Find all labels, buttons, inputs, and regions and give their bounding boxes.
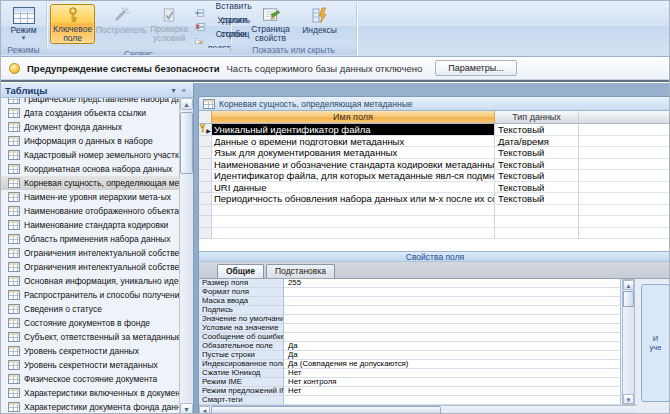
scrollbar-thumb[interactable] bbox=[180, 112, 193, 174]
description-cell[interactable] bbox=[579, 136, 670, 148]
description-cell[interactable] bbox=[579, 124, 670, 136]
view-button[interactable]: Режим ▾ bbox=[4, 4, 43, 44]
table-list-item[interactable]: Субъект, ответственный за метаданные bbox=[1, 330, 179, 344]
property-row[interactable]: Условие на значение bbox=[199, 324, 621, 333]
property-row[interactable]: Значение по умолчанию bbox=[199, 315, 621, 324]
scrollbar-thumb[interactable] bbox=[623, 291, 634, 307]
sidebar-scrollbar[interactable]: ▲ ▼ bbox=[179, 98, 193, 414]
field-name-cell[interactable]: Уникальный идентификатор файла bbox=[212, 124, 495, 136]
field-name-cell[interactable]: Идентификатор файла, для которых метадан… bbox=[212, 170, 495, 182]
property-value[interactable]: Да bbox=[284, 342, 621, 351]
table-list-item[interactable]: Наимен-ие уровня иерархии мета-ых bbox=[1, 190, 179, 204]
table-list-item[interactable]: Сведения о статусе bbox=[1, 302, 179, 316]
property-value[interactable]: Нет bbox=[284, 369, 621, 378]
property-value[interactable]: Нет bbox=[284, 387, 621, 396]
data-type-cell[interactable]: Текстовый bbox=[495, 159, 579, 171]
scroll-down-icon[interactable]: ▼ bbox=[180, 403, 193, 414]
empty-field-row[interactable] bbox=[199, 228, 670, 240]
field-row[interactable]: Данные о времени подготовки метаданных Д… bbox=[199, 136, 670, 148]
property-row[interactable]: Подпись bbox=[199, 306, 621, 315]
description-cell[interactable] bbox=[579, 147, 670, 159]
row-selector[interactable] bbox=[199, 193, 212, 205]
table-list-item[interactable]: Уровень секретности метаданных bbox=[1, 358, 179, 372]
row-selector[interactable] bbox=[199, 159, 212, 171]
property-row[interactable]: Сообщение об ошибке bbox=[199, 333, 621, 342]
field-name-cell[interactable]: Данные о времени подготовки метаданных bbox=[212, 136, 495, 148]
tab-general[interactable]: Общие bbox=[217, 264, 264, 278]
table-list-item[interactable]: Распространитель и способы получения наб… bbox=[1, 288, 179, 302]
data-type-column-header[interactable]: Тип данных bbox=[495, 111, 579, 124]
table-list-item[interactable]: Основная информация, уникально идентифиц… bbox=[1, 274, 179, 288]
data-type-cell[interactable]: Текстовый bbox=[495, 170, 579, 182]
description-cell[interactable] bbox=[579, 193, 670, 205]
property-row[interactable]: Смарт-теги bbox=[199, 396, 621, 405]
table-list-item[interactable]: Кадастровый номер земельного участка bbox=[1, 148, 179, 162]
table-list-item[interactable]: Ограничения интелектуальной собственност… bbox=[1, 260, 179, 274]
description-cell[interactable] bbox=[579, 159, 670, 171]
table-list-item[interactable]: Наименование стандарта кодировки bbox=[1, 218, 179, 232]
data-type-cell[interactable]: Дата/время bbox=[495, 136, 579, 148]
property-row[interactable]: Пустые строки Да bbox=[199, 351, 621, 360]
property-value[interactable]: Нет контроля bbox=[284, 378, 621, 387]
test-validation-rules-button[interactable]: Проверка условий bbox=[147, 4, 191, 44]
table-list-item[interactable]: Дата создания объекта ссылки bbox=[1, 106, 179, 120]
field-name-cell[interactable]: URI данные bbox=[212, 182, 495, 194]
field-row[interactable]: Наименование и обозначение стандарта код… bbox=[199, 159, 670, 171]
property-value[interactable]: 255 bbox=[284, 279, 621, 288]
row-selector[interactable] bbox=[199, 136, 212, 148]
table-list-item[interactable]: Графическое представление набора данных bbox=[1, 98, 179, 106]
table-list-item[interactable]: Документ фонда данных bbox=[1, 120, 179, 134]
property-value[interactable] bbox=[284, 333, 621, 342]
table-list-item[interactable]: Ограничения интелектуальной собственност… bbox=[1, 246, 179, 260]
table-window-titlebar[interactable]: Корневая сущность, определяющая метаданн… bbox=[199, 97, 670, 111]
properties-scrollbar[interactable]: ▲ ▼ bbox=[622, 279, 635, 405]
tab-lookup[interactable]: Подстановка bbox=[266, 264, 335, 278]
data-type-cell[interactable]: Текстовый bbox=[495, 193, 579, 205]
empty-field-row[interactable] bbox=[199, 205, 670, 217]
navigation-pane-header[interactable]: Таблицы ▾ « bbox=[1, 83, 193, 98]
scroll-left-icon[interactable]: ◄ bbox=[199, 406, 210, 414]
description-column-header[interactable] bbox=[579, 111, 670, 124]
data-type-cell[interactable]: Текстовый bbox=[495, 124, 579, 136]
row-selector[interactable] bbox=[199, 170, 212, 182]
field-name-cell[interactable]: Периодичность обновления набора данных и… bbox=[212, 193, 495, 205]
data-type-cell[interactable]: Текстовый bbox=[495, 147, 579, 159]
field-row[interactable]: Идентификатор файла, для которых метадан… bbox=[199, 170, 670, 182]
table-list-item[interactable]: Область применения набора данных bbox=[1, 232, 179, 246]
table-list-item[interactable]: Состояние документов в фонде bbox=[1, 316, 179, 330]
property-row[interactable]: Режим предложений IME Нет bbox=[199, 387, 621, 396]
property-value[interactable] bbox=[284, 288, 621, 297]
table-list-item[interactable]: Уровень секретности данных bbox=[1, 344, 179, 358]
row-selector[interactable] bbox=[199, 182, 212, 194]
property-sheet-button[interactable]: Страница свойств bbox=[245, 4, 297, 44]
empty-field-row[interactable] bbox=[199, 216, 670, 228]
table-list-item[interactable]: Характеристики документа фонда данных bbox=[1, 400, 179, 414]
nav-menu-dropdown-icon[interactable]: ▾ bbox=[169, 86, 179, 95]
horizontal-scrollbar[interactable]: ◄ bbox=[199, 405, 637, 414]
indexes-button[interactable]: Индексы bbox=[297, 4, 343, 44]
property-value[interactable] bbox=[284, 306, 621, 315]
table-list-item[interactable]: Наименование отображенного объекта bbox=[1, 204, 179, 218]
property-row[interactable]: Маска ввода bbox=[199, 297, 621, 306]
property-value[interactable] bbox=[284, 297, 621, 306]
property-value[interactable] bbox=[284, 324, 621, 333]
row-selector[interactable]: ▶ bbox=[199, 124, 212, 136]
property-row[interactable]: Обязательное поле Да bbox=[199, 342, 621, 351]
description-cell[interactable] bbox=[579, 170, 670, 182]
property-row[interactable]: Формат поля bbox=[199, 288, 621, 297]
field-name-cell[interactable]: Язык для документирования метаданных bbox=[212, 147, 495, 159]
primary-key-button[interactable]: Ключевое поле bbox=[50, 4, 95, 44]
scroll-up-icon[interactable]: ▲ bbox=[623, 280, 634, 290]
property-value[interactable] bbox=[284, 315, 621, 324]
property-value[interactable] bbox=[284, 396, 621, 405]
property-row[interactable]: Индексированное поле Да (Совпадения не д… bbox=[199, 360, 621, 369]
field-row[interactable]: Периодичность обновления набора данных и… bbox=[199, 193, 670, 205]
description-cell[interactable] bbox=[579, 182, 670, 194]
table-list-item[interactable]: Характеристики включенных в документ мат… bbox=[1, 386, 179, 400]
scroll-down-icon[interactable]: ▼ bbox=[623, 394, 634, 404]
scroll-up-icon[interactable]: ▲ bbox=[180, 98, 193, 110]
field-row[interactable]: ▶ Уникальный идентификатор файла Текстов… bbox=[199, 124, 670, 136]
field-name-column-header[interactable]: Имя поля bbox=[212, 111, 495, 124]
property-row[interactable]: Сжатие Юникод Нет bbox=[199, 369, 621, 378]
security-options-button[interactable]: Параметры... bbox=[435, 60, 516, 76]
